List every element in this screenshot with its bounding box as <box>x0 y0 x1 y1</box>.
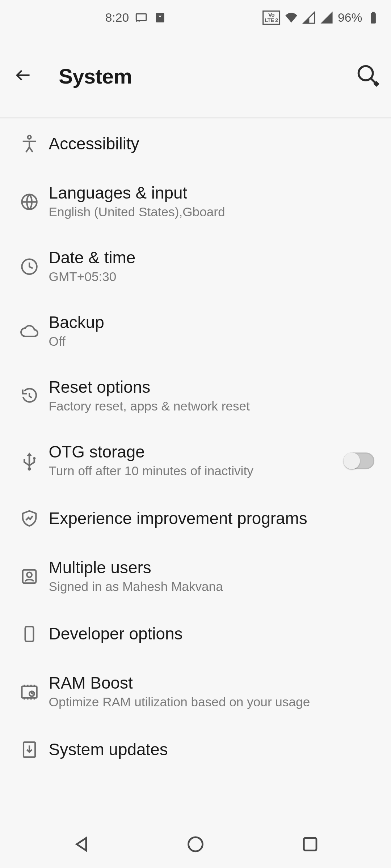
card-icon <box>153 11 167 25</box>
item-subtitle: Optimize RAM utilization based on your u… <box>49 695 381 710</box>
item-texts: Accessibility <box>49 135 381 153</box>
accessibility-icon <box>10 134 49 154</box>
settings-item-ram[interactable]: RAM BoostOptimize RAM utilization based … <box>0 659 391 724</box>
svg-rect-16 <box>304 838 316 851</box>
item-subtitle: Turn off after 10 minutes of inactivity <box>49 464 337 478</box>
item-title: Multiple users <box>49 558 381 577</box>
item-texts: Reset optionsFactory reset, apps & netwo… <box>49 378 381 414</box>
item-texts: RAM BoostOptimize RAM utilization based … <box>49 674 381 710</box>
item-title: OTG storage <box>49 443 337 461</box>
item-title: Experience improvement programs <box>49 509 381 528</box>
otg-toggle[interactable] <box>343 452 374 469</box>
history-icon <box>10 386 49 406</box>
settings-item-cloud[interactable]: BackupOff <box>0 299 391 363</box>
volte-icon: VoLTE 2 <box>262 10 280 25</box>
settings-item-download[interactable]: System updates <box>0 724 391 775</box>
cast-icon <box>134 11 148 25</box>
item-subtitle: GMT+05:30 <box>49 269 381 284</box>
item-texts: Date & timeGMT+05:30 <box>49 248 381 284</box>
nav-home-button[interactable] <box>162 832 229 859</box>
item-subtitle: English (United States),Gboard <box>49 205 381 220</box>
item-title: RAM Boost <box>49 674 381 693</box>
item-texts: System updates <box>49 740 381 759</box>
settings-item-accessibility[interactable]: Accessibility <box>0 118 391 169</box>
status-left: 8:20 <box>11 10 262 25</box>
status-time: 8:20 <box>105 10 129 25</box>
page-title: System <box>37 64 354 88</box>
nav-back-button[interactable] <box>48 832 114 859</box>
user-icon <box>10 566 49 586</box>
settings-item-device[interactable]: Developer options <box>0 609 391 660</box>
settings-item-shield[interactable]: Experience improvement programs <box>0 493 391 544</box>
svg-rect-4 <box>372 12 374 14</box>
item-subtitle: Off <box>49 334 381 349</box>
nav-recents-button[interactable] <box>277 832 343 859</box>
svg-rect-0 <box>136 14 146 20</box>
settings-item-history[interactable]: Reset optionsFactory reset, apps & netwo… <box>0 363 391 428</box>
svg-point-15 <box>188 837 202 851</box>
status-right: VoLTE 2 96% <box>262 10 380 25</box>
svg-rect-11 <box>25 626 34 641</box>
item-title: Accessibility <box>49 135 381 153</box>
globe-icon <box>10 192 49 212</box>
svg-point-10 <box>27 572 32 577</box>
item-subtitle: Factory reset, apps & network reset <box>49 399 381 414</box>
item-subtitle: Signed in as Mahesh Makvana <box>49 579 381 594</box>
triangle-back-icon <box>72 835 91 856</box>
usb-icon <box>10 451 49 471</box>
settings-item-clock[interactable]: Date & timeGMT+05:30 <box>0 234 391 299</box>
status-bar: 8:20 VoLTE 2 96% <box>0 0 391 35</box>
battery-percent: 96% <box>338 10 362 25</box>
search-icon <box>356 63 380 89</box>
ram-icon <box>10 682 49 702</box>
item-trail <box>337 452 381 469</box>
item-title: Reset options <box>49 378 381 397</box>
item-title: Date & time <box>49 248 381 267</box>
item-title: System updates <box>49 740 381 759</box>
app-bar: System <box>0 35 391 118</box>
settings-item-user[interactable]: Multiple usersSigned in as Mahesh Makvan… <box>0 544 391 609</box>
svg-point-5 <box>358 66 373 80</box>
item-title: Developer options <box>49 625 381 643</box>
settings-item-globe[interactable]: Languages & inputEnglish (United States)… <box>0 169 391 234</box>
item-texts: OTG storageTurn off after 10 minutes of … <box>49 443 337 478</box>
item-texts: Experience improvement programs <box>49 509 381 528</box>
item-title: Languages & input <box>49 184 381 203</box>
item-texts: BackupOff <box>49 313 381 349</box>
item-texts: Languages & inputEnglish (United States)… <box>49 184 381 220</box>
settings-item-usb[interactable]: OTG storageTurn off after 10 minutes of … <box>0 428 391 493</box>
arrow-left-icon <box>14 66 33 87</box>
item-texts: Developer options <box>49 625 381 643</box>
svg-point-6 <box>28 136 31 139</box>
cloud-icon <box>10 321 49 341</box>
toggle-knob <box>343 452 360 469</box>
battery-icon <box>367 11 380 25</box>
navigation-bar <box>0 823 391 867</box>
item-title: Backup <box>49 313 381 332</box>
wifi-icon <box>285 11 298 25</box>
signal-1-icon <box>302 11 316 25</box>
settings-list: AccessibilityLanguages & inputEnglish (U… <box>0 118 391 823</box>
clock-icon <box>10 256 49 276</box>
signal-2-icon <box>320 11 333 25</box>
svg-rect-3 <box>371 13 375 24</box>
square-recents-icon <box>300 835 319 856</box>
shield-icon <box>10 509 49 528</box>
device-icon <box>10 624 49 644</box>
download-icon <box>10 740 49 760</box>
item-texts: Multiple usersSigned in as Mahesh Makvan… <box>49 558 381 594</box>
circle-home-icon <box>186 835 205 856</box>
back-button[interactable] <box>10 63 37 89</box>
search-button[interactable] <box>354 63 381 89</box>
